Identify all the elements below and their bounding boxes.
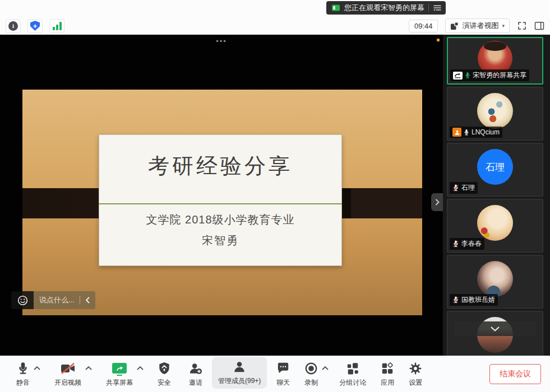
- participant-tile[interactable]: LNQcium: [447, 87, 543, 141]
- start-video-label: 开启视频: [54, 378, 81, 388]
- info-icon: i: [8, 21, 18, 31]
- slide-title: 考研经验分享: [99, 152, 341, 180]
- chat-collapse-icon[interactable]: [85, 297, 90, 304]
- participant-tile-screen-share[interactable]: 宋智勇的屏幕共享: [447, 37, 543, 85]
- breakout-rooms-button[interactable]: 分组讨论: [334, 361, 371, 388]
- chat-button[interactable]: 聊天: [271, 361, 295, 388]
- meeting-timer: 09:44: [409, 20, 438, 32]
- chat-label: 聊天: [276, 378, 290, 388]
- record-label: 录制: [304, 378, 318, 388]
- security-status-button[interactable]: +: [27, 19, 43, 33]
- video-options-chevron[interactable]: [85, 366, 92, 370]
- chat-bubble-icon: [276, 361, 290, 376]
- video-group: 开启视频: [49, 361, 93, 388]
- security-shield-icon: [158, 361, 170, 376]
- member-badge-icon: [452, 128, 461, 137]
- shared-screen-area: ••• 考研经验分享 文学院 2018级小学教育专业 宋智勇 说点什么...: [0, 35, 443, 356]
- share-group: 共享屏幕: [101, 361, 145, 388]
- scroll-participants-down-button[interactable]: [454, 321, 536, 336]
- participant-name-tag: 国教班岳婧: [450, 294, 498, 306]
- chat-input-placeholder: 说点什么...: [39, 295, 75, 305]
- mute-label: 静音: [16, 378, 30, 388]
- microphone-icon: [17, 361, 29, 376]
- invite-person-icon: [189, 361, 202, 376]
- share-screen-label: 共享屏幕: [106, 378, 133, 388]
- settings-button[interactable]: 设置: [404, 361, 427, 388]
- participant-name: 石理: [461, 183, 475, 193]
- watching-screen-text: 您正在观看宋智勇的屏幕: [344, 3, 424, 13]
- fullscreen-button[interactable]: [517, 21, 527, 31]
- participant-name: 宋智勇的屏幕共享: [473, 71, 526, 80]
- signal-bars-icon: [53, 22, 62, 30]
- participant-name-tag: 李春春: [450, 238, 484, 250]
- mic-on-icon: [464, 129, 469, 136]
- members-icon: [233, 360, 246, 374]
- participant-tile[interactable]: 国教班岳婧: [447, 255, 543, 309]
- expand-panel-button[interactable]: [431, 193, 443, 211]
- banner-collapse-icon[interactable]: [433, 4, 442, 11]
- side-panel-toggle-button[interactable]: [534, 21, 544, 30]
- avatar: [477, 205, 513, 241]
- participant-name: LNQcium: [472, 128, 500, 136]
- avatar-initials: 石理: [477, 149, 513, 185]
- manage-members-button[interactable]: 管理成员(99+): [212, 357, 267, 389]
- participants-panel: 宋智勇的屏幕共享 LNQcium 石理 石理 李春: [443, 35, 550, 356]
- record-options-chevron[interactable]: [322, 366, 329, 370]
- security-button[interactable]: 安全: [152, 361, 176, 388]
- apps-label: 应用: [381, 378, 394, 388]
- gear-icon: [409, 361, 422, 376]
- quick-chat-bar: 说点什么...: [11, 291, 95, 309]
- chat-input[interactable]: 说点什么...: [34, 291, 95, 309]
- manage-members-label: 管理成员(99+): [218, 376, 261, 386]
- more-handle-icon[interactable]: •••: [216, 37, 227, 45]
- invite-label: 邀请: [189, 378, 202, 388]
- record-icon: [304, 361, 318, 376]
- invite-button[interactable]: 邀请: [184, 361, 207, 388]
- breakout-rooms-icon: [346, 361, 359, 376]
- screen-share-active-icon: [331, 4, 340, 12]
- share-options-chevron[interactable]: [137, 366, 144, 370]
- participant-tile-partial[interactable]: [447, 311, 543, 356]
- start-video-button[interactable]: 开启视频: [49, 361, 86, 388]
- avatar: [477, 93, 513, 129]
- view-selector-label: 演讲者视图: [462, 21, 498, 31]
- participant-tile[interactable]: 李春春: [447, 199, 543, 253]
- chevron-down-icon: ▾: [502, 23, 505, 29]
- participant-name-tag: 石理: [450, 182, 478, 194]
- camera-off-icon: [61, 361, 75, 376]
- slide-author: 宋智勇: [99, 233, 341, 248]
- participant-name-tag: LNQcium: [450, 127, 502, 138]
- layout-view-icon: [450, 22, 459, 30]
- topbar-right-controls: 09:44 演讲者视图 ▾: [409, 18, 544, 33]
- slide-subtitle: 文学院 2018级小学教育专业: [99, 212, 341, 227]
- network-quality-button[interactable]: [49, 19, 64, 33]
- record-button[interactable]: 录制: [299, 361, 323, 388]
- shield-plus-icon: +: [30, 21, 40, 31]
- presentation-slide: 考研经验分享 文学院 2018级小学教育专业 宋智勇: [22, 90, 422, 315]
- participant-tile[interactable]: 石理 石理: [447, 143, 543, 197]
- view-selector[interactable]: 演讲者视图 ▾: [445, 18, 510, 33]
- emoji-button[interactable]: [11, 291, 34, 309]
- breakout-rooms-label: 分组讨论: [339, 378, 366, 388]
- mic-on-icon: [465, 72, 470, 79]
- orange-dot-indicator: [437, 39, 440, 41]
- top-bar: 您正在观看宋智勇的屏幕 i + 09:44 演讲者视图 ▾: [0, 0, 550, 35]
- participant-name: 国教班岳婧: [461, 295, 495, 305]
- share-screen-icon: [112, 361, 127, 376]
- record-group: 录制: [299, 361, 330, 388]
- status-icons: i +: [6, 19, 64, 33]
- meeting-info-button[interactable]: i: [6, 19, 21, 33]
- security-label: 安全: [158, 378, 171, 388]
- mute-button[interactable]: 静音: [11, 361, 35, 388]
- apps-button[interactable]: 应用: [376, 361, 399, 388]
- top-toolbar-row: i + 09:44 演讲者视图 ▾: [0, 17, 550, 35]
- mic-options-chevron[interactable]: [34, 366, 40, 370]
- banner-divider: [428, 4, 429, 12]
- slide-title-card: 考研经验分享 文学院 2018级小学教育专业 宋智勇: [99, 134, 342, 266]
- share-screen-button[interactable]: 共享屏幕: [101, 361, 138, 388]
- slide-ribbon-left: [22, 188, 99, 218]
- chat-divider: [80, 296, 80, 305]
- bottom-toolbar: 静音 开启视频 共享屏幕: [0, 356, 550, 392]
- end-meeting-button[interactable]: 结束会议: [489, 364, 541, 384]
- mute-group: 静音: [11, 361, 41, 388]
